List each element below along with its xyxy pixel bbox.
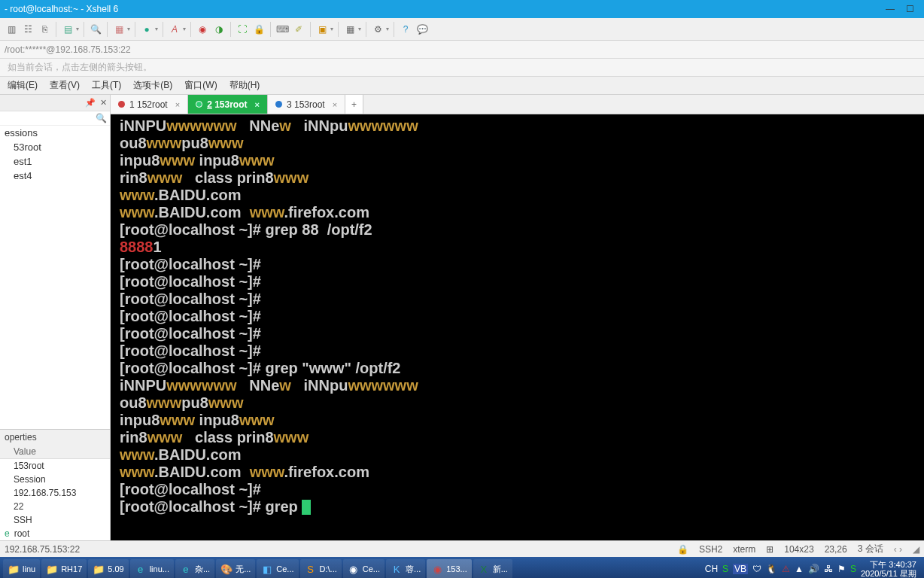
chevrons-icon[interactable]: ‹ › bbox=[894, 544, 902, 555]
new-session-icon[interactable]: ▥ bbox=[5, 23, 18, 36]
taskbar-button[interactable]: SD:\... bbox=[300, 559, 342, 578]
taskbar-label: Ce... bbox=[363, 564, 380, 573]
taskbar-app-icon: S bbox=[305, 563, 317, 575]
gear-icon[interactable]: ⚙ bbox=[371, 23, 384, 36]
lock-icon[interactable]: 🔒 bbox=[252, 23, 266, 36]
session-tab[interactable]: 2 153root× bbox=[188, 95, 268, 114]
close-tab-icon[interactable]: × bbox=[333, 100, 337, 109]
taskbar-app-icon: 🎨 bbox=[220, 563, 233, 575]
record-icon[interactable]: ◉ bbox=[196, 23, 209, 36]
minimize-button[interactable]: — bbox=[880, 4, 900, 14]
property-row: Session bbox=[0, 473, 110, 486]
close-tab-icon[interactable]: × bbox=[175, 100, 180, 109]
taskbar-label: Ce... bbox=[276, 564, 293, 573]
tray-shield-icon[interactable]: 🛡 bbox=[752, 564, 761, 574]
property-row: 192.168.75.153 bbox=[0, 486, 110, 500]
resize-grip-icon[interactable]: ◢ bbox=[913, 544, 919, 555]
taskbar-app-icon: ◉ bbox=[348, 563, 360, 575]
taskbar-button[interactable]: ◉153... bbox=[427, 559, 472, 578]
copy-icon[interactable]: ▦ bbox=[112, 23, 126, 36]
menu-item[interactable]: 工具(T) bbox=[92, 79, 121, 92]
menu-item[interactable]: 选项卡(B) bbox=[133, 79, 172, 92]
tray-network-icon[interactable]: 🖧 bbox=[824, 564, 833, 574]
menu-item[interactable]: 帮助(H) bbox=[229, 79, 260, 92]
keyboard-icon[interactable]: ⌨ bbox=[275, 23, 289, 36]
tray-alert-icon[interactable]: ⚠ bbox=[782, 564, 790, 574]
fullscreen-icon[interactable]: ⛶ bbox=[236, 23, 249, 36]
ssh-lock-icon: 🔒 bbox=[677, 544, 688, 555]
chat-icon[interactable]: 💬 bbox=[415, 23, 429, 36]
status-dot-icon bbox=[118, 101, 125, 108]
taskbar-label: linu... bbox=[150, 564, 169, 573]
paste-icon[interactable]: ▤ bbox=[61, 23, 74, 36]
property-row: e root bbox=[0, 527, 110, 540]
hint-bar: 如当前会话，点击左侧的箭头按钮。 bbox=[0, 59, 924, 77]
taskbar-button[interactable]: K蓉... bbox=[386, 559, 425, 578]
taskbar-app-icon: X bbox=[478, 563, 490, 575]
menu-item[interactable]: 查看(V) bbox=[50, 79, 80, 92]
tray-clock[interactable]: 下午 3:40:37 2020/5/11 星期 bbox=[861, 560, 916, 578]
search-icon[interactable]: 🔍 bbox=[89, 23, 102, 36]
taskbar-button[interactable]: 📁5.09 bbox=[88, 559, 128, 578]
tray-flag-icon[interactable]: ⚑ bbox=[837, 564, 846, 574]
terminal-cursor bbox=[302, 500, 311, 515]
session-tab[interactable]: 3 153root× bbox=[268, 95, 345, 114]
globe-icon[interactable]: ● bbox=[140, 23, 153, 36]
ime-indicator[interactable]: CH bbox=[705, 564, 718, 574]
taskbar-button[interactable]: 🎨无... bbox=[216, 559, 255, 578]
close-panel-icon[interactable]: ✕ bbox=[100, 98, 107, 108]
taskbar-button[interactable]: elinu... bbox=[130, 559, 174, 578]
tray-app2-icon[interactable]: S bbox=[850, 564, 856, 574]
highlight-icon[interactable]: ✐ bbox=[292, 23, 305, 36]
tab-bar: 1 152root×2 153root×3 153root×+ bbox=[111, 95, 924, 114]
sidebar-controls: 📌 ✕ bbox=[0, 95, 110, 111]
property-row: SSH bbox=[0, 513, 110, 527]
taskbar-label: 无... bbox=[236, 564, 251, 575]
taskbar-button[interactable]: 📁RH17 bbox=[41, 559, 87, 578]
session-tree[interactable]: 🔍 essions 53rootest1est4 bbox=[0, 111, 110, 429]
tab-label: 1 152root bbox=[129, 99, 168, 110]
tree-root[interactable]: essions bbox=[0, 126, 110, 140]
tray-vb-icon[interactable]: VB bbox=[733, 564, 748, 574]
tray-qq-icon[interactable]: 🐧 bbox=[766, 564, 777, 574]
taskbar-app-icon: 📁 bbox=[8, 563, 20, 575]
session-item[interactable]: est1 bbox=[0, 154, 110, 169]
maximize-button[interactable]: ☐ bbox=[900, 4, 919, 14]
taskbar-button[interactable]: ◉Ce... bbox=[343, 559, 384, 578]
main-toolbar: ▥ ☷ ⎘ ▤▾ 🔍 ▦▾ ●▾ A▾ ◉ ◑ ⛶ 🔒 ⌨ ✐ ▣▾ ▦▾ ⚙▾… bbox=[0, 18, 924, 41]
pin-icon[interactable]: 📌 bbox=[85, 98, 96, 108]
taskbar-label: 153... bbox=[446, 564, 467, 573]
taskbar-label: RH17 bbox=[61, 564, 82, 573]
taskbar-app-icon: K bbox=[391, 563, 403, 575]
terminal[interactable]: iNNPUwwwwww NNew iNNpuwwwwwwou8wwwpu8www… bbox=[111, 114, 924, 540]
tray-up-icon[interactable]: ▲ bbox=[795, 564, 804, 574]
window-title: - root@localhost:~ - Xshell 6 bbox=[5, 4, 118, 14]
tree-icon[interactable]: ☷ bbox=[21, 23, 35, 36]
session-tab[interactable]: 1 152root× bbox=[111, 95, 188, 114]
font-icon[interactable]: A bbox=[168, 23, 181, 36]
property-row: 22 bbox=[0, 500, 110, 513]
properties-subheader: Value bbox=[0, 445, 110, 459]
menu-item[interactable]: 窗口(W) bbox=[184, 79, 217, 92]
close-tab-icon[interactable]: × bbox=[255, 100, 260, 109]
tray-volume-icon[interactable]: 🔊 bbox=[808, 564, 819, 574]
left-sidebar: 📌 ✕ 🔍 essions 53rootest1est4 operties Va… bbox=[0, 95, 111, 540]
taskbar-button[interactable]: X新... bbox=[473, 559, 512, 578]
layout-icon[interactable]: ▦ bbox=[343, 23, 357, 36]
taskbar-button[interactable]: 📁linu bbox=[3, 559, 40, 578]
session-item[interactable]: est4 bbox=[0, 169, 110, 183]
menu-bar: 编辑(E)查看(V)工具(T)选项卡(B)窗口(W)帮助(H) bbox=[0, 77, 924, 95]
search-small-icon[interactable]: 🔍 bbox=[96, 113, 107, 123]
address-bar[interactable]: /root:******@192.168.75.153:22 bbox=[0, 41, 924, 59]
taskbar-button[interactable]: e杂... bbox=[175, 559, 214, 578]
menu-item[interactable]: 编辑(E) bbox=[8, 79, 38, 92]
add-icon[interactable]: ▣ bbox=[315, 23, 329, 36]
tray-app-icon[interactable]: S bbox=[722, 564, 728, 574]
session-item[interactable]: 53root bbox=[0, 140, 110, 154]
play-icon[interactable]: ◑ bbox=[212, 23, 226, 36]
add-tab-button[interactable]: + bbox=[345, 95, 363, 114]
hint-text: 如当前会话，点击左侧的箭头按钮。 bbox=[8, 61, 152, 74]
help-icon[interactable]: ? bbox=[399, 23, 412, 36]
taskbar-button[interactable]: ◧Ce... bbox=[257, 559, 298, 578]
link-icon[interactable]: ⎘ bbox=[38, 23, 51, 36]
